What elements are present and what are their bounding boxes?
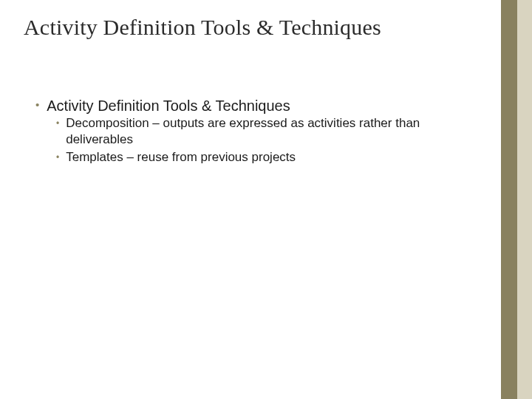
accent-bar-dark [501,0,517,399]
slide-title: Activity Definition Tools & Techniques [24,15,381,40]
list-item: • Templates – reuse from previous projec… [56,149,479,166]
list-item: • Decomposition – outputs are expressed … [56,115,479,148]
bullet-icon: • [56,149,59,166]
bullet-icon: • [56,115,59,132]
bullet-level2-text: Decomposition – outputs are expressed as… [66,115,479,148]
slide: Activity Definition Tools & Techniques •… [0,0,532,399]
bullet-level2-text: Templates – reuse from previous projects [66,149,296,166]
bullet-level2-group: • Decomposition – outputs are expressed … [56,115,479,166]
accent-bar-light [517,0,532,399]
bullet-level1: • Activity Definition Tools & Techniques… [35,96,479,166]
bullet-icon: • [35,96,39,114]
bullet-level1-text: Activity Definition Tools & Techniques [47,96,290,115]
side-accent [501,0,532,399]
slide-content: • Activity Definition Tools & Techniques… [35,96,479,171]
